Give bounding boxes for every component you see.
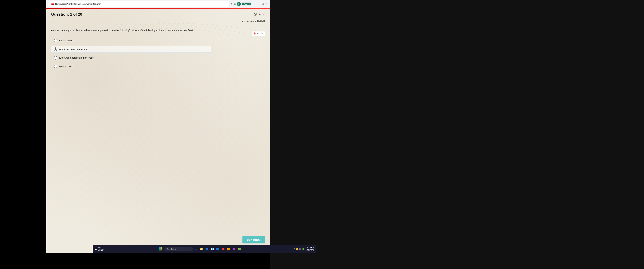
taskbar-icon-files[interactable]: 📁	[199, 247, 204, 251]
question-text: A nurse is caring for a client who has a…	[51, 28, 195, 32]
taskbar-search[interactable]: 🔍 Search	[164, 247, 193, 251]
start-button[interactable]	[158, 246, 164, 252]
taskbar-icon-app5[interactable]: 🟢	[237, 247, 242, 251]
bottom-area	[46, 253, 270, 269]
svg-point-73	[199, 29, 200, 30]
svg-point-53	[230, 30, 230, 31]
svg-point-13	[178, 23, 179, 24]
svg-point-16	[193, 23, 194, 24]
svg-point-50	[215, 28, 216, 29]
svg-point-32	[129, 27, 130, 28]
svg-point-38	[158, 25, 158, 26]
maximize-button[interactable]: ☐	[261, 2, 264, 5]
taskbar-app-icons: 🌐 📁 🔵 📧 🟦 🔴 🟠 🟣 🟢	[194, 247, 242, 251]
date-text: 1/27/2024	[306, 249, 314, 252]
answer-text-b: Administer oral potassium.	[59, 48, 88, 50]
svg-point-28	[250, 29, 251, 30]
flag-button[interactable]: 🚩 FLAG	[252, 31, 265, 36]
time-text: 9:25 PM	[306, 246, 314, 249]
svg-point-81	[238, 36, 238, 37]
answer-option-d[interactable]: Monitor I & O.	[51, 63, 211, 70]
taskbar-right: ^ 📶 🔊 🔋 9:25 PM 1/27/2024	[294, 246, 315, 252]
svg-point-20	[212, 24, 213, 25]
close-circle-icon: ✕	[254, 13, 257, 16]
continue-button[interactable]: CONTINUE	[242, 236, 265, 244]
svg-point-48	[206, 27, 206, 28]
svg-point-77	[218, 32, 219, 33]
profile-button[interactable]: S	[237, 2, 241, 6]
svg-point-49	[210, 27, 211, 28]
question-number: Question: 1 of 20	[51, 12, 82, 16]
svg-point-10	[164, 23, 165, 24]
taskbar-icon-app3[interactable]: 🟠	[226, 247, 231, 251]
svg-point-25	[236, 27, 237, 28]
taskbar-icon-browser2[interactable]: 🔵	[204, 247, 209, 251]
window-icon[interactable]: ⧉	[234, 2, 236, 5]
svg-point-26	[241, 28, 242, 28]
radio-b-fill	[54, 48, 56, 50]
weather-condition: Cloudy	[98, 249, 104, 251]
tray-arrow-icon[interactable]: ^	[294, 248, 295, 250]
answer-options: Obtain an ECG. Administer oral potassium…	[51, 37, 211, 70]
weather-cloud-icon: ☁	[94, 248, 97, 251]
taskbar-icon-browser1[interactable]: 🌐	[194, 247, 198, 251]
svg-point-45	[191, 26, 192, 27]
svg-point-14	[183, 23, 184, 24]
svg-point-78	[223, 33, 224, 34]
radio-c	[54, 56, 57, 59]
svg-point-18	[202, 24, 203, 25]
browser-menu-button[interactable]: ⋮	[252, 2, 255, 6]
clock-display[interactable]: 9:25 PM 1/27/2024	[306, 246, 314, 252]
answer-option-a[interactable]: Obtain an ECG.	[51, 37, 211, 44]
svg-point-37	[153, 26, 154, 27]
browser-action-icons: ★ ⧉ S Paused ⋮	[230, 2, 256, 6]
svg-point-40	[167, 25, 168, 26]
wifi-icon[interactable]: 📶	[296, 248, 298, 250]
answer-option-c[interactable]: Encourage potassium-rich foods.	[51, 54, 211, 61]
svg-point-39	[162, 25, 164, 26]
svg-point-0	[116, 24, 117, 25]
ati-logo: ati	[51, 2, 54, 5]
svg-point-54	[234, 31, 235, 32]
time-remaining: Time Remaining: 16:39:21	[51, 20, 265, 22]
volume-icon[interactable]: 🔊	[299, 248, 301, 250]
svg-point-52	[225, 29, 226, 30]
svg-point-41	[172, 25, 173, 26]
browser-chrome: ati NurseLogic Priority Setting Framewor…	[46, 0, 270, 8]
svg-point-6	[145, 24, 146, 25]
windows-logo	[159, 247, 162, 251]
svg-point-24	[231, 26, 232, 27]
svg-point-5	[140, 24, 141, 25]
taskbar-icon-app4[interactable]: 🟣	[232, 247, 236, 251]
taskbar-icon-mail[interactable]: 📧	[210, 247, 214, 251]
svg-point-22	[222, 25, 222, 26]
svg-point-42	[177, 25, 178, 26]
left-black-area	[0, 0, 46, 269]
svg-point-2	[126, 24, 127, 25]
close-button[interactable]: ✕ CLOSE	[254, 13, 265, 16]
search-placeholder-text: Search	[170, 248, 177, 250]
radio-b	[54, 47, 57, 51]
system-tray: ^ 📶 🔊 🔋	[294, 248, 304, 250]
main-content: Question: 1 of 20 ✕ CLOSE Time Remaining…	[46, 9, 270, 253]
svg-point-9	[159, 23, 160, 24]
battery-icon[interactable]: 🔋	[302, 248, 304, 250]
svg-point-47	[201, 26, 202, 27]
flag-label: FLAG	[257, 32, 263, 35]
weather-widget: ☁ 37°F Cloudy	[94, 247, 106, 251]
svg-point-4	[135, 24, 136, 25]
time-value: 16:39:21	[257, 20, 265, 22]
svg-point-44	[186, 26, 187, 27]
taskbar-icon-app2[interactable]: 🔴	[221, 247, 225, 251]
window-close-button[interactable]: ✕	[265, 2, 268, 5]
answer-option-b[interactable]: Administer oral potassium.	[51, 46, 211, 53]
bookmark-icon[interactable]: ★	[230, 2, 233, 5]
taskbar-icon-app1[interactable]: 🟦	[216, 247, 220, 251]
svg-point-36	[148, 26, 149, 27]
app-title-bar: ati NurseLogic Priority Setting Framewor…	[48, 1, 229, 7]
svg-point-12	[174, 23, 174, 24]
svg-point-17	[198, 23, 198, 24]
svg-point-56	[244, 33, 245, 34]
browser-window: ati NurseLogic Priority Setting Framewor…	[46, 0, 270, 253]
minimize-button[interactable]: ─	[257, 2, 260, 5]
